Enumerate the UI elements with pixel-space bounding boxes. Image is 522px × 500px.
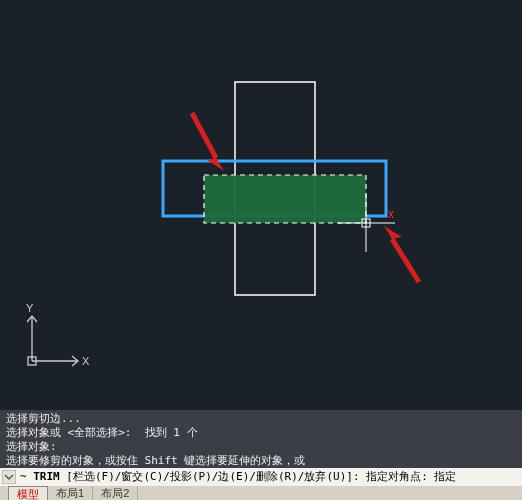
cursor-marker: x <box>388 207 394 221</box>
chevron-down-icon[interactable] <box>2 470 16 484</box>
tab-model[interactable]: 模型 <box>8 486 48 500</box>
tab-layout2[interactable]: 布局2 <box>93 486 138 500</box>
command-history: 选择剪切边... 选择对象或 <全部选择>: 找到 1 个 选择对象: 选择要修… <box>0 410 522 468</box>
svg-rect-10 <box>2 470 16 484</box>
tab-layout1[interactable]: 布局1 <box>48 486 93 500</box>
layout-tabs: 模型 布局1 布局2 <box>0 486 522 500</box>
ucs-y-label: Y <box>26 302 34 314</box>
drawing-canvas[interactable]: x X Y <box>0 0 522 410</box>
selection-window <box>204 175 366 223</box>
command-input-line[interactable]: ~ TRIM [栏选(F)/窗交(C)/投影(P)/边(E)/删除(R)/放弃(… <box>0 468 522 486</box>
command-input-text: ~ TRIM [栏选(F)/窗交(C)/投影(P)/边(E)/删除(R)/放弃(… <box>20 468 456 486</box>
ucs-x-label: X <box>82 355 90 367</box>
